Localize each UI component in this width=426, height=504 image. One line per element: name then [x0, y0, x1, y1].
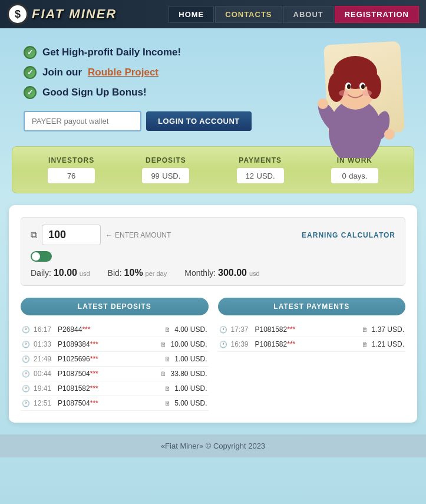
nav-about[interactable]: ABOUT	[283, 6, 333, 23]
row-pid: P26844***	[58, 325, 161, 334]
footer-text: «Fiat Miner» © Copyright 2023	[161, 442, 265, 450]
enter-hint: ← ENTER AMOUNT	[105, 231, 171, 239]
clock-icon: 🕐	[22, 385, 30, 393]
stat-inwork: IN WORK 0 days.	[308, 156, 402, 183]
table-row: 🕐 00:44 P1087504*** 🗎 33.80 USD.	[21, 367, 209, 381]
amount-input[interactable]: 100	[42, 225, 101, 245]
header: $ FIAT MINER HOME CONTACTS ABOUT REGISTR…	[0, 0, 426, 28]
calc-monthly: Monthly: 300.00 usd	[184, 268, 259, 278]
rouble-link[interactable]: Rouble Project	[88, 67, 158, 78]
row-amount: 1.00 USD.	[174, 384, 207, 393]
table-row: 🕐 21:49 P1025696*** 🗎 1.00 USD.	[21, 352, 209, 367]
row-pid: P1081582***	[58, 384, 161, 393]
row-time: 00:44	[34, 370, 54, 378]
hero-section: ✓ Get High-profit Daily Income! ✓ Join o…	[0, 28, 426, 146]
row-pid: P1025696***	[58, 355, 161, 363]
monthly-value: 300.00	[218, 268, 247, 278]
navigation: HOME CONTACTS ABOUT REGISTRATION	[169, 6, 419, 23]
login-button[interactable]: LOGIN TO ACCOUNT	[146, 111, 252, 131]
clock-icon: 🕐	[22, 355, 30, 363]
login-area: LOGIN TO ACCOUNT	[24, 111, 402, 131]
table-row: 🕐 01:33 P1089384*** 🗎 10.00 USD.	[21, 337, 209, 352]
row-time: 17:37	[231, 325, 252, 334]
logo: $ FIAT MINER	[7, 4, 117, 25]
hero-line-3: ✓ Good Sign Up Bonus!	[24, 86, 402, 99]
row-pid: P1089384***	[58, 340, 157, 348]
toggle-switch[interactable]	[31, 251, 395, 262]
arrow-left-icon: ←	[105, 231, 113, 239]
row-time: 12:51	[34, 399, 54, 407]
row-time: 19:41	[34, 384, 54, 393]
row-amount: 10.00 USD.	[170, 340, 207, 348]
row-time: 16:39	[231, 340, 252, 348]
doc-icon: 🗎	[164, 355, 171, 363]
bid-unit: per day	[146, 270, 167, 277]
monthly-label: Monthly:	[184, 268, 216, 278]
row-pid: P1081582***	[255, 325, 358, 334]
table-row: 🕐 19:41 P1081582*** 🗎 1.00 USD.	[21, 381, 209, 396]
doc-icon: 🗎	[160, 370, 167, 377]
deposits-rows: 🕐 16:17 P26844*** 🗎 4.00 USD. 🕐 01:33 P1…	[21, 322, 209, 411]
nav-home[interactable]: HOME	[169, 6, 214, 23]
monthly-unit: usd	[249, 270, 260, 277]
toggle-control[interactable]	[31, 251, 52, 262]
doc-icon: 🗎	[362, 341, 368, 348]
row-time: 16:17	[34, 325, 54, 334]
payments-table-header: LATEST PAYMENTS	[218, 298, 406, 315]
payeer-input[interactable]	[24, 111, 141, 131]
calculator-section: ⧉ 100 ← ENTER AMOUNT EARNING CALCULATOR …	[21, 217, 405, 286]
stat-deposits-value: 99 USD.	[142, 168, 189, 183]
hero-line-3-text: Good Sign Up Bonus!	[42, 87, 147, 98]
stat-investors-value: 76	[48, 168, 95, 183]
stat-deposits-label: DEPOSITS	[118, 156, 213, 164]
row-amount: 1.37 USD.	[372, 325, 404, 334]
stat-payments-label: PAYMENTS	[213, 156, 308, 164]
stat-payments-value: 12 USD.	[237, 168, 284, 183]
logo-icon: $	[7, 4, 28, 25]
clock-icon: 🕐	[22, 326, 30, 334]
stat-investors: INVESTORS 76	[24, 156, 118, 183]
check-icon-2: ✓	[24, 66, 37, 79]
calc-results: Daily: 10.00 usd Bid: 10% per day Monthl…	[31, 268, 395, 278]
clock-icon: 🕐	[22, 370, 30, 378]
daily-value: 10.00	[54, 268, 77, 278]
doc-icon: 🗎	[164, 385, 171, 392]
nav-registration[interactable]: REGISTRATION	[335, 6, 419, 23]
hero-text: ✓ Get High-profit Daily Income! ✓ Join o…	[24, 46, 402, 131]
copy-icon: ⧉	[31, 230, 37, 241]
deposits-table-header: LATEST DEPOSITS	[21, 298, 209, 315]
daily-label: Daily:	[31, 268, 51, 278]
clock-icon: 🕐	[219, 326, 227, 334]
table-row: 🕐 16:17 P26844*** 🗎 4.00 USD.	[21, 322, 209, 337]
hero-line-2-before: Join our	[42, 67, 82, 78]
table-row: 🕐 17:37 P1081582*** 🗎 1.37 USD.	[218, 322, 406, 337]
hero-line-1: ✓ Get High-profit Daily Income!	[24, 46, 402, 59]
stat-deposits: DEPOSITS 99 USD.	[118, 156, 213, 183]
row-amount: 1.00 USD.	[174, 355, 207, 363]
deposits-table: LATEST DEPOSITS 🕐 16:17 P26844*** 🗎 4.00…	[21, 298, 209, 411]
tables-section: LATEST DEPOSITS 🕐 16:17 P26844*** 🗎 4.00…	[21, 298, 405, 411]
daily-unit: usd	[80, 270, 90, 277]
check-icon-3: ✓	[24, 86, 37, 99]
calc-daily: Daily: 10.00 usd	[31, 268, 90, 278]
stat-payments: PAYMENTS 12 USD.	[213, 156, 308, 183]
payments-rows: 🕐 17:37 P1081582*** 🗎 1.37 USD. 🕐 16:39 …	[218, 322, 406, 352]
doc-icon: 🗎	[160, 341, 167, 348]
calc-header: ⧉ 100 ← ENTER AMOUNT EARNING CALCULATOR	[31, 225, 395, 245]
bid-value: 10%	[124, 268, 143, 278]
footer: «Fiat Miner» © Copyright 2023	[0, 434, 426, 457]
doc-icon: 🗎	[362, 326, 368, 333]
payments-table: LATEST PAYMENTS 🕐 17:37 P1081582*** 🗎 1.…	[218, 298, 406, 411]
clock-icon: 🕐	[22, 400, 30, 407]
hero-line-1-text: Get High-profit Daily Income!	[42, 47, 181, 58]
row-time: 01:33	[34, 340, 54, 348]
nav-contacts[interactable]: CONTACTS	[215, 6, 282, 23]
row-time: 21:49	[34, 355, 54, 363]
row-amount: 5.00 USD.	[174, 399, 207, 407]
clock-icon: 🕐	[219, 341, 227, 348]
row-amount: 1.21 USD.	[372, 340, 404, 348]
calc-label: EARNING CALCULATOR	[302, 231, 395, 239]
stat-investors-label: INVESTORS	[24, 156, 118, 164]
enter-hint-text: ENTER AMOUNT	[115, 231, 171, 239]
stat-inwork-value: 0 days.	[331, 168, 378, 183]
